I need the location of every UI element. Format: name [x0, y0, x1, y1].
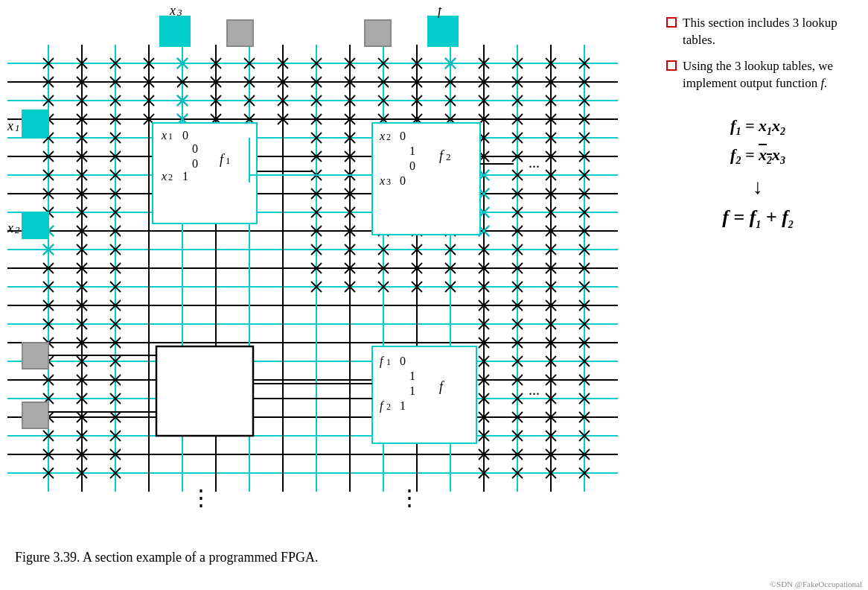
svg-text:2: 2 [168, 172, 173, 183]
svg-rect-560 [22, 212, 48, 238]
svg-text:1: 1 [15, 122, 20, 133]
right-panel: This section includes 3 lookup tables. U… [655, 7, 861, 583]
fpga-diagram: x 3 f x 1 x 2 x 1 0 0 0 x 2 1 f 1 [7, 7, 655, 544]
formula-f1: f1 = x1x2 [666, 116, 849, 138]
arrow-down-icon: ↓ [666, 175, 849, 199]
legend-text-2: Using the 3 lookup tables, we implement … [683, 58, 849, 92]
svg-rect-558 [365, 20, 391, 46]
svg-text:...: ... [529, 381, 540, 398]
legend-item-2: Using the 3 lookup tables, we implement … [666, 58, 849, 92]
formula-f2: f2 = x2x3 [666, 145, 849, 167]
svg-text:x: x [379, 174, 385, 187]
svg-text:1: 1 [400, 399, 406, 412]
legend-text-1: This section includes 3 lookup tables. [683, 15, 849, 49]
svg-text:0: 0 [409, 159, 415, 172]
svg-text:⋮: ⋮ [398, 485, 421, 510]
caption-text: Figure 3.39. A section example of a prog… [15, 550, 318, 565]
svg-text:3: 3 [386, 177, 391, 187]
svg-text:2: 2 [446, 151, 451, 162]
svg-text:x: x [169, 7, 176, 18]
legend-bullet-1 [666, 17, 677, 28]
svg-text:0: 0 [400, 355, 406, 367]
svg-text:0: 0 [192, 142, 198, 155]
diagram-area: x 3 f x 1 x 2 x 1 0 0 0 x 2 1 f 1 [7, 7, 655, 574]
svg-text:0: 0 [400, 130, 406, 142]
svg-text:x: x [379, 130, 385, 142]
svg-text:1: 1 [409, 384, 415, 397]
svg-text:2: 2 [386, 402, 391, 412]
svg-text:1: 1 [409, 369, 415, 382]
svg-text:x: x [7, 221, 13, 235]
svg-rect-555 [160, 16, 190, 46]
svg-text:⋮: ⋮ [190, 485, 212, 510]
svg-text:1: 1 [182, 170, 188, 183]
svg-rect-559 [22, 110, 48, 136]
legend-item-1: This section includes 3 lookup tables. [666, 15, 849, 49]
svg-text:x: x [7, 118, 13, 133]
svg-text:1: 1 [226, 155, 231, 166]
svg-text:1: 1 [386, 357, 391, 367]
svg-rect-562 [22, 402, 48, 428]
svg-text:1: 1 [168, 131, 173, 142]
svg-rect-556 [428, 16, 458, 46]
formula-block: f1 = x1x2 f2 = x2x3 ↓ f = f1 + f2 [666, 109, 849, 238]
svg-text:0: 0 [192, 157, 198, 170]
svg-text:x: x [161, 129, 167, 142]
svg-text:0: 0 [182, 129, 188, 142]
svg-text:...: ... [529, 154, 540, 171]
watermark: ©SDN @FakeOccupational [770, 580, 862, 589]
main-container: x 3 f x 1 x 2 x 1 0 0 0 x 2 1 f 1 [0, 0, 868, 590]
svg-text:2: 2 [386, 132, 391, 142]
svg-text:2: 2 [15, 224, 20, 235]
svg-text:x: x [161, 170, 167, 183]
legend-bullet-2 [666, 60, 677, 71]
svg-rect-0 [7, 7, 655, 544]
svg-rect-595 [156, 346, 253, 436]
figure-caption: Figure 3.39. A section example of a prog… [7, 550, 655, 565]
watermark-text: ©SDN @FakeOccupational [770, 580, 862, 589]
svg-text:1: 1 [409, 145, 415, 157]
svg-text:3: 3 [176, 7, 182, 18]
formula-f-final: f = f1 + f2 [666, 206, 849, 231]
svg-text:0: 0 [400, 174, 406, 187]
svg-rect-561 [22, 343, 48, 369]
svg-rect-557 [227, 20, 253, 46]
